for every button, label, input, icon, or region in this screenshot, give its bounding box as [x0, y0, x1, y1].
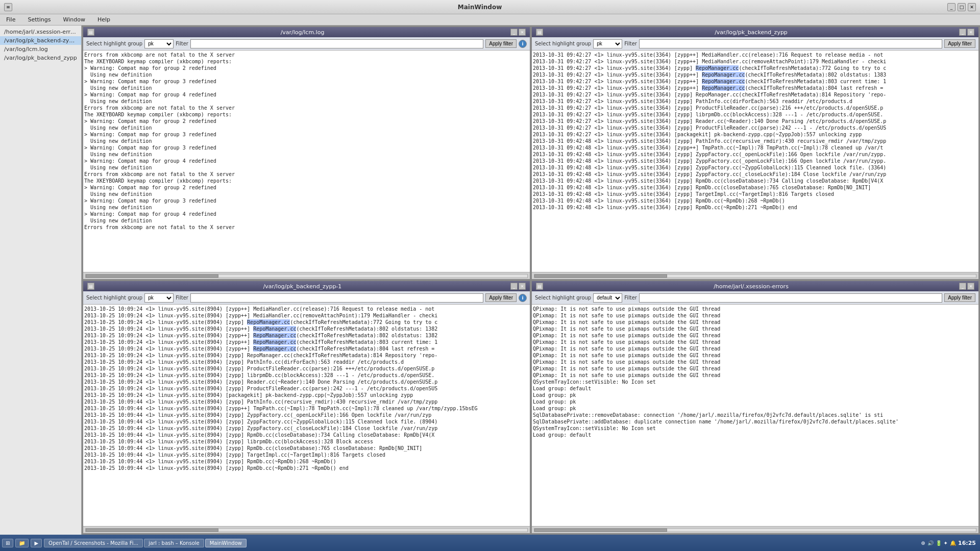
log-line: 2013-10-25 10:09:44 <1> linux-yv95.site(…: [84, 418, 529, 425]
log-line: 2013-10-31 09:42:27 <1> linux-yv95.site(…: [533, 98, 977, 105]
log-line: 2013-10-25 10:09:24 <1> linux-yv95.site(…: [84, 319, 529, 325]
log-line: Errors from xkbcomp are not fatal to the…: [84, 171, 529, 178]
panel-xsession-highlight-select[interactable]: default pk: [593, 293, 622, 303]
menu-help[interactable]: Help: [93, 15, 114, 24]
log-line: > Warning: Compat map for group 3 redefi…: [84, 144, 529, 151]
panel-pk-zypp-1-minimize[interactable]: _: [510, 283, 518, 290]
log-line: Errors from xkbcomp are not fatal to the…: [84, 224, 529, 231]
panel-pk-zypp-1-filter-input[interactable]: [190, 293, 483, 303]
log-line: 2013-10-31 09:42:48 <1> linux-yv95.site(…: [533, 171, 977, 178]
log-line: 2013-10-31 09:42:48 <1> linux-yv95.site(…: [533, 164, 977, 171]
log-line: QPixmap: It is not safe to use pixmaps o…: [533, 325, 977, 332]
taskbar-app-1[interactable]: jarl : bash – Konsole: [144, 539, 204, 547]
panel-pk-zypp-content[interactable]: 2013-10-31 09:42:27 <1> linux-yv95.site(…: [532, 51, 978, 272]
panel-xsession: ▤ /home/jarl/.xsession-errors _ ✕ Select…: [531, 281, 979, 534]
panel-pk-zypp-1-content[interactable]: 2013-10-25 10:09:24 <1> linux-yv95.site(…: [83, 305, 530, 526]
start-button[interactable]: ⊞: [2, 539, 13, 547]
log-line: 2013-10-31 09:42:48 <1> linux-yv95.site(…: [533, 197, 977, 204]
panel-xsession-icon: ▤: [536, 283, 543, 290]
title-bar: ≡ MainWindow _ □ ✕: [0, 0, 980, 14]
log-line: 2013-10-31 09:42:27 <1> linux-yv95.site(…: [533, 85, 977, 91]
panel-pk-zypp-1-info-btn[interactable]: i: [519, 294, 527, 302]
maximize-btn[interactable]: □: [958, 3, 966, 11]
menu-settings[interactable]: Settings: [23, 15, 55, 24]
log-line: QPixmap: It is not safe to use pixmaps o…: [533, 339, 977, 345]
panel-pk-zypp-1-apply-filter[interactable]: Apply filter: [485, 293, 517, 302]
panel-xsession-close[interactable]: ✕: [967, 283, 974, 290]
close-btn[interactable]: ✕: [968, 3, 976, 11]
panel-xsession-filterbar: Select highlight group default pk Filter…: [532, 291, 978, 305]
tray-network-icon: ⊕: [921, 540, 925, 546]
window-title: MainWindow: [12, 4, 947, 11]
log-line: Load group: default: [533, 385, 977, 392]
panel-lcm-filterbar: Select highlight group pk default Filter…: [83, 37, 530, 51]
panel-xsession-minimize[interactable]: _: [959, 283, 966, 290]
log-line: 2013-10-25 10:09:44 <1> linux-yv95.site(…: [84, 398, 529, 405]
log-line: > Warning: Compat map for group 2 redefi…: [84, 184, 529, 191]
taskbar-app-0[interactable]: OpenTal / Screenshots - Mozilla Fi...: [44, 539, 143, 547]
panel-pk-zypp-close[interactable]: ✕: [967, 29, 974, 36]
log-line: Using new definition: [84, 124, 529, 131]
panel-lcm-hscrollbar[interactable]: [83, 272, 530, 279]
menu-file[interactable]: File: [2, 15, 19, 24]
log-line: 2013-10-31 09:42:48 <1> linux-yv95.site(…: [533, 151, 977, 158]
panel-lcm-apply-filter[interactable]: Apply filter: [485, 39, 517, 48]
taskbar-app-2[interactable]: MainWindow: [205, 539, 247, 547]
panel-lcm-close[interactable]: ✕: [519, 29, 526, 36]
window-menu-btn[interactable]: ≡: [4, 3, 12, 11]
log-line: > Warning: Compat map for group 4 redefi…: [84, 211, 529, 217]
main-content: ▤ /var/log/lcm.log _ ✕ Select highlight …: [82, 26, 980, 535]
log-line: > Warning: Compat map for group 4 redefi…: [84, 91, 529, 98]
panel-pk-zypp-1-highlight-select[interactable]: pk default: [144, 293, 174, 303]
menu-window[interactable]: Window: [59, 15, 89, 24]
tray-bluetooth-icon: ✦: [944, 540, 948, 546]
log-line: SqlDatabasePrivate::addDatabase: duplica…: [533, 418, 977, 425]
minimize-btn[interactable]: _: [947, 3, 955, 11]
taskbar-apps: OpenTal / Screenshots - Mozilla Fi... ja…: [44, 539, 919, 547]
panel-pk-zypp-apply-filter[interactable]: Apply filter: [944, 39, 975, 48]
log-line: QSystemTrayIcon::setVisible: No Icon set: [533, 425, 977, 432]
panel-pk-zypp-highlight-select[interactable]: pk default: [593, 39, 622, 48]
log-line: 2013-10-31 09:42:27 <1> linux-yv95.site(…: [533, 78, 977, 85]
log-line: QPixmap: It is not safe to use pixmaps o…: [533, 319, 977, 325]
panel-lcm-content[interactable]: Errors from xkbcomp are not fatal to the…: [83, 51, 530, 272]
log-line: QPixmap: It is not safe to use pixmaps o…: [533, 359, 977, 365]
panel-xsession-apply-filter[interactable]: Apply filter: [944, 293, 975, 302]
log-line: 2013-10-31 09:42:48 <1> linux-yv95.site(…: [533, 158, 977, 164]
log-line: 2013-10-25 10:09:44 <1> linux-yv95.site(…: [84, 412, 529, 418]
panel-pk-zypp-1-icon: ▤: [87, 283, 94, 290]
panel-lcm-highlight-select[interactable]: pk default: [144, 39, 174, 48]
panel-xsession-filter-input[interactable]: [639, 293, 942, 303]
panel-pk-zypp-1-hscrollbar[interactable]: [83, 526, 530, 533]
files-button[interactable]: 📁: [15, 539, 29, 547]
panel-lcm-icon: ▤: [87, 29, 94, 36]
log-line: QPixmap: It is not safe to use pixmaps o…: [533, 352, 977, 359]
panel-pk-zypp-1-close[interactable]: ✕: [519, 283, 526, 290]
panel-xsession-content[interactable]: QPixmap: It is not safe to use pixmaps o…: [532, 305, 978, 526]
log-line: 2013-10-25 10:09:24 <1> linux-yv95.site(…: [84, 312, 529, 319]
terminal-button[interactable]: ▶: [31, 539, 42, 547]
panel-lcm-filter-label: Filter: [176, 41, 188, 46]
panel-pk-zypp-filter-input[interactable]: [639, 39, 942, 48]
start-icon: ⊞: [6, 540, 10, 546]
log-line: QPixmap: It is not safe to use pixmaps o…: [533, 345, 977, 352]
panel-lcm-filter-input[interactable]: [190, 39, 483, 48]
panel-pk-zypp-minimize[interactable]: _: [959, 29, 966, 36]
log-line: 2013-10-31 09:42:48 <1> linux-yv95.site(…: [533, 144, 977, 151]
panel-lcm: ▤ /var/log/lcm.log _ ✕ Select highlight …: [83, 27, 530, 280]
sidebar-item-3[interactable]: /var/log/pk_backend_zypp: [0, 54, 81, 62]
window-controls: _ □ ✕: [947, 3, 976, 11]
sidebar-item-2[interactable]: /var/log/lcm.log: [0, 45, 81, 54]
log-line: > Warning: Compat map for group 4 redefi…: [84, 158, 529, 164]
sidebar-item-1[interactable]: /var/log/pk_backend-zypp-1: [0, 36, 81, 45]
panel-lcm-info-btn[interactable]: i: [519, 40, 527, 48]
panel-pk-zypp-hscrollbar[interactable]: [532, 272, 978, 279]
log-line: 2013-10-25 10:09:24 <1> linux-yv95.site(…: [84, 372, 529, 379]
panel-xsession-hscrollbar[interactable]: [532, 526, 978, 533]
panel-pk-zypp-1-icons: ▤: [87, 283, 94, 290]
log-line: Load group: pk: [533, 392, 977, 398]
panel-lcm-minimize[interactable]: _: [510, 29, 518, 36]
log-line: 2013-10-25 10:09:44 <1> linux-yv95.site(…: [84, 438, 529, 445]
sidebar-item-0[interactable]: /home/jarl/.xsession-errors: [0, 28, 81, 36]
panel-pk-zypp-1-filter-label: Filter: [176, 295, 188, 300]
